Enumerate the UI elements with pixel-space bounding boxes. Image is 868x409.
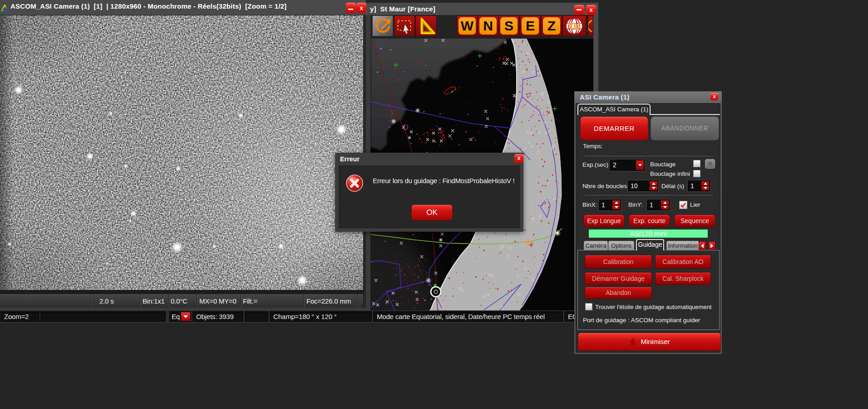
svg-text:TU: TU [568, 21, 581, 31]
